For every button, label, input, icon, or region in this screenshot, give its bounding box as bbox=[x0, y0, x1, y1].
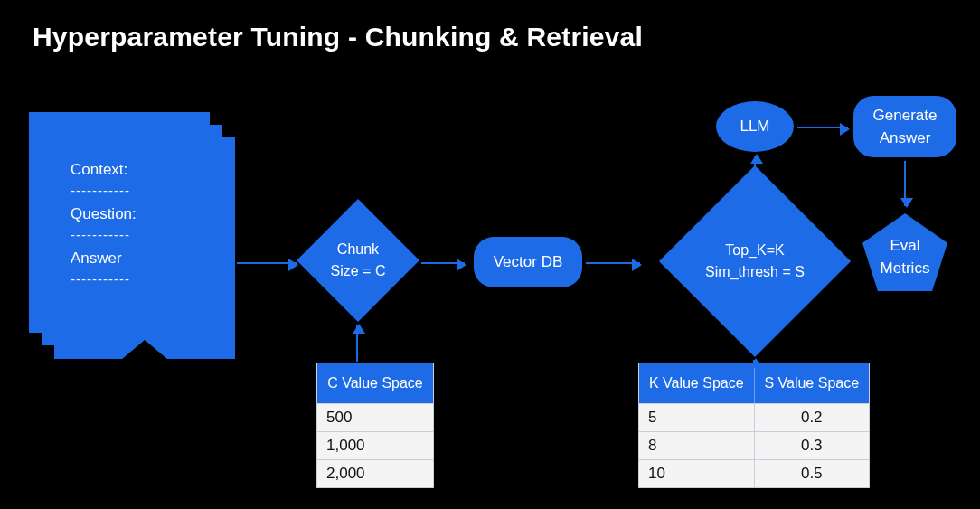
c-table-header-text: C Value Space bbox=[327, 374, 423, 392]
doc-question-label: Question: bbox=[71, 205, 219, 223]
k-row-0: 5 bbox=[639, 403, 754, 431]
c-row-0: 500 bbox=[317, 403, 433, 431]
c-value-space-table: C Value Space 500 1,000 2,000 bbox=[316, 363, 434, 488]
k-header-text: K Value Space bbox=[649, 374, 744, 392]
c-table-header: C Value Space bbox=[317, 363, 433, 403]
arrow-chunk-to-vectordb bbox=[421, 262, 465, 264]
table-row: 1,000 bbox=[317, 431, 433, 459]
vector-db-node: Vector DB bbox=[474, 237, 582, 287]
s-header-text: S Value Space bbox=[764, 374, 859, 392]
s-row-1: 0.3 bbox=[754, 431, 870, 459]
arrow-llm-to-generate bbox=[797, 127, 848, 128]
k-row-2: 10 bbox=[639, 459, 754, 487]
arrow-ctable-to-chunk bbox=[356, 325, 358, 362]
topk-simthresh-node: Top_K=K Sim_thresh = S bbox=[659, 165, 851, 357]
doc-dashes: ----------- bbox=[71, 183, 219, 198]
doc-context-label: Context: bbox=[71, 161, 219, 179]
eval-line2: Metrics bbox=[881, 257, 930, 280]
doc-dashes: ----------- bbox=[71, 227, 219, 242]
eval-line1: Eval bbox=[881, 234, 930, 258]
chunk-size-node: Chunk Size = C bbox=[297, 199, 419, 322]
page-title: Hyperparameter Tuning - Chunking & Retri… bbox=[33, 22, 643, 52]
table-row: 8 0.3 bbox=[639, 431, 869, 459]
k-table-header: K Value Space bbox=[639, 363, 754, 403]
table-row: 2,000 bbox=[317, 459, 433, 487]
generate-line1: Generate bbox=[873, 104, 938, 127]
table-row: 5 0.2 bbox=[639, 403, 869, 431]
generate-answer-node: Generate Answer bbox=[853, 96, 956, 157]
k-row-1: 8 bbox=[639, 431, 754, 459]
topk-line1: Top_K=K bbox=[705, 240, 805, 261]
doc-dashes: ----------- bbox=[71, 271, 219, 287]
eval-metrics-node: Eval Metrics bbox=[862, 213, 947, 291]
s-row-2: 0.5 bbox=[754, 459, 870, 487]
arrow-vectordb-to-topk bbox=[586, 262, 640, 264]
doc-answer-label: Answer bbox=[71, 250, 219, 268]
chunk-line1: Chunk bbox=[331, 239, 386, 260]
vector-db-label: Vector DB bbox=[494, 250, 563, 274]
table-row: 10 0.5 bbox=[639, 459, 869, 487]
generate-line2: Answer bbox=[873, 127, 938, 150]
arrow-doc-to-chunk bbox=[237, 262, 297, 264]
llm-node: LLM bbox=[716, 101, 794, 152]
s-table-header: S Value Space bbox=[754, 363, 870, 403]
s-row-0: 0.2 bbox=[754, 403, 870, 431]
ks-value-space-table: K Value Space S Value Space 5 0.2 8 0.3 … bbox=[638, 363, 870, 488]
llm-label: LLM bbox=[740, 118, 769, 136]
topk-line2: Sim_thresh = S bbox=[705, 261, 805, 283]
c-row-1: 1,000 bbox=[317, 431, 433, 459]
arrow-topk-to-llm bbox=[754, 156, 756, 168]
arrow-generate-to-eval bbox=[904, 161, 906, 206]
chunk-line2: Size = C bbox=[331, 260, 386, 282]
table-row: 500 bbox=[317, 403, 433, 431]
arrow-kstable-to-topk bbox=[753, 360, 755, 363]
c-row-2: 2,000 bbox=[317, 459, 433, 487]
